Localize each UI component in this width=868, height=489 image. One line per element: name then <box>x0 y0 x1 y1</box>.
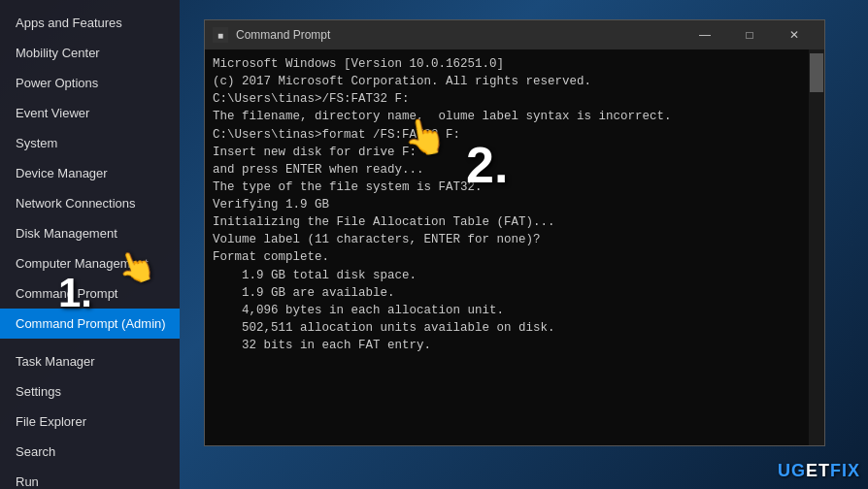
menu-item-label: Mobility Center <box>16 46 100 60</box>
menu-item-system[interactable]: System <box>0 128 180 158</box>
cmd-line: (c) 2017 Microsoft Corporation. All righ… <box>213 73 817 90</box>
menu-item-label: Command Prompt (Admin) <box>16 316 166 331</box>
menu-item-run[interactable]: Run <box>0 467 180 489</box>
cmd-close-button[interactable]: ✕ <box>772 20 817 49</box>
cmd-line: The filename, directory name, olume labe… <box>213 108 817 125</box>
menu-item-label: Settings <box>16 384 61 399</box>
menu-item-label: File Explorer <box>16 414 86 429</box>
menu-item-network-connections[interactable]: Network Connections <box>0 188 180 218</box>
cmd-scrollbar-thumb <box>810 53 823 92</box>
menu-item-mobility-center[interactable]: Mobility Center <box>0 38 180 68</box>
menu-item-label: Computer Management <box>16 256 149 271</box>
menu-item-label: Device Manager <box>16 166 108 180</box>
menu-item-command-prompt[interactable]: Command Prompt <box>0 278 180 309</box>
menu-item-label: Search <box>16 444 55 459</box>
menu-item-apps-and-features[interactable]: Apps and Features <box>0 8 180 38</box>
cmd-line: 1.9 GB total disk space. <box>213 267 817 284</box>
menu-item-power-options[interactable]: Power Options <box>0 68 180 98</box>
logo-part3: FIX <box>830 461 860 480</box>
cmd-line: 502,511 allocation units available on di… <box>213 319 817 337</box>
menu-item-label: Network Connections <box>16 196 136 211</box>
cmd-line: Format complete. <box>213 248 817 266</box>
logo-part2: ET <box>806 461 830 480</box>
cmd-content-area[interactable]: Microsoft Windows [Version 10.0.16251.0]… <box>205 49 824 445</box>
menu-item-device-manager[interactable]: Device Manager <box>0 158 180 188</box>
cmd-scrollbar[interactable] <box>809 49 824 445</box>
cmd-maximize-button[interactable]: □ <box>727 20 772 49</box>
cmd-line: Verifying 1.9 GB <box>213 196 817 213</box>
menu-item-settings[interactable]: Settings <box>0 376 180 407</box>
menu-item-search[interactable]: Search <box>0 437 180 467</box>
menu-item-label: System <box>16 136 57 150</box>
ugetfix-logo: UGETFIX <box>778 461 860 481</box>
menu-item-label: Event Viewer <box>16 106 89 120</box>
menu-item-label: Power Options <box>16 76 98 90</box>
menu-item-task-manager[interactable]: Task Manager <box>0 346 180 376</box>
cmd-line: 4,096 bytes in each allocation unit. <box>213 302 817 319</box>
cmd-line: Volume label (11 characters, ENTER for n… <box>213 231 817 248</box>
cmd-minimize-button[interactable]: — <box>683 20 727 49</box>
menu-item-label: Apps and Features <box>16 16 122 30</box>
menu-item-label: Command Prompt <box>16 286 117 301</box>
cmd-line: C:\Users\tinas>/FS:FAT32 F: <box>213 90 817 108</box>
menu-item-disk-management[interactable]: Disk Management <box>0 218 180 248</box>
cmd-line: Microsoft Windows [Version 10.0.16251.0] <box>213 55 817 73</box>
cmd-line: C:\Users\tinas>format /FS:FAT32 F: <box>213 126 817 144</box>
menu-item-command-prompt-(admin)[interactable]: Command Prompt (Admin) <box>0 309 180 339</box>
cmd-line: Initializing the File Allocation Table (… <box>213 213 817 231</box>
cmd-titlebar: ■ Command Prompt — □ ✕ <box>205 20 824 49</box>
cmd-line: and press ENTER when ready... <box>213 161 817 179</box>
menu-item-label: Task Manager <box>16 354 95 369</box>
cmd-line: 32 bits in each FAT entry. <box>213 337 817 354</box>
start-menu: Apps and FeaturesMobility CenterPower Op… <box>0 0 180 489</box>
logo-part1: UG <box>778 461 806 480</box>
cmd-app-icon: ■ <box>213 27 228 43</box>
menu-item-label: Disk Management <box>16 226 117 241</box>
cmd-line: Insert new disk for drive F: <box>213 144 817 161</box>
menu-item-label: Run <box>16 474 39 489</box>
cmd-window-controls: — □ ✕ <box>683 20 817 49</box>
menu-item-file-explorer[interactable]: File Explorer <box>0 407 180 437</box>
cmd-title-text: Command Prompt <box>236 28 683 42</box>
cmd-line: 1.9 GB are available. <box>213 284 817 302</box>
menu-item-event-viewer[interactable]: Event Viewer <box>0 98 180 128</box>
menu-item-computer-management[interactable]: Computer Management <box>0 248 180 278</box>
cmd-window: ■ Command Prompt — □ ✕ Microsoft Windows… <box>204 19 825 446</box>
cmd-line: The type of the file system is FAT32. <box>213 179 817 196</box>
